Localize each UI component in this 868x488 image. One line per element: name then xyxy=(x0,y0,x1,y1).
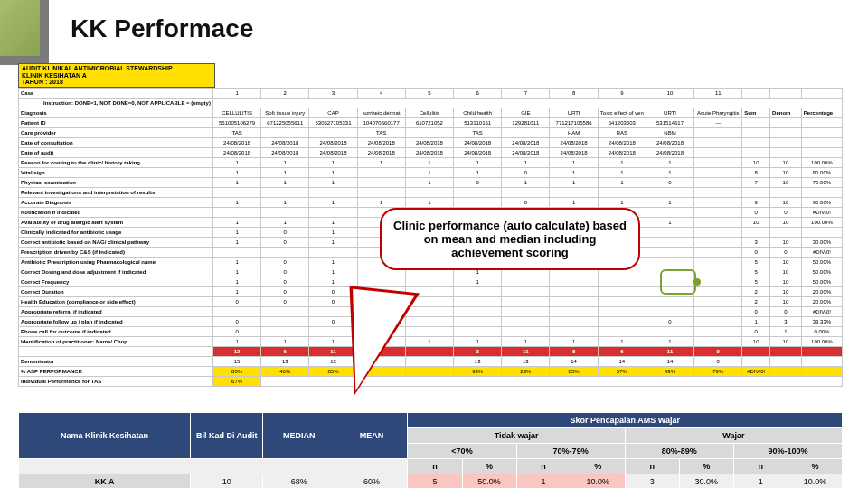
bucket-1: <70% xyxy=(408,444,516,459)
diag-cell: CAP xyxy=(309,108,357,118)
individual-label: Individual Performance for TAS xyxy=(19,377,213,387)
median-value: 68% xyxy=(263,474,335,488)
denominator-label: Denominator xyxy=(19,357,213,367)
wajar-header: Wajar xyxy=(625,428,842,444)
header-line1: AUDIT KLINIKAL ANTIMICROBIAL STEWARDSHIP xyxy=(22,65,173,71)
diagnosis-label: Diagnosis xyxy=(19,108,213,118)
bil-value: 10 xyxy=(191,474,263,488)
diag-cell: CELLULITIS xyxy=(212,108,260,118)
diag-cell: sorrheic dermat xyxy=(357,108,405,118)
col-num: 3 xyxy=(309,89,357,99)
col-num: 10 xyxy=(646,89,693,99)
kk-name: KK A xyxy=(19,474,191,488)
individual-value: 67% xyxy=(212,377,260,387)
asp-perf-label: % ASP PERFORMANCE xyxy=(19,367,213,377)
median-header: MEDIAN xyxy=(263,413,335,459)
name-header: Nama Klinik Kesihatan xyxy=(19,413,191,459)
col-num: 6 xyxy=(454,89,502,99)
col-num: 7 xyxy=(502,89,550,99)
tidak-wajar-header: Tidak wajar xyxy=(408,428,625,444)
audit-header: AUDIT KLINIKAL ANTIMICROBIAL STEWARDSHIP… xyxy=(18,63,215,88)
col-num: 11 xyxy=(694,89,742,99)
corner-accent xyxy=(0,0,49,65)
col-num: 4 xyxy=(357,89,405,99)
sum-label: Sum xyxy=(742,108,770,118)
col-num: 5 xyxy=(405,89,453,99)
instruction-label: Instruction: DONE=1, NOT DONE=0, NOT APP… xyxy=(19,99,213,108)
score-table: Nama Klinik Kesihatan Bil Kad Di Audit M… xyxy=(18,412,843,488)
mean-value: 60% xyxy=(335,474,408,488)
denom-label: Denom xyxy=(770,108,802,118)
diag-cell: Acute Pharyngitis xyxy=(694,108,742,118)
col-num: 8 xyxy=(550,89,598,99)
header-line2: KLINIK KESIHATAN A xyxy=(22,72,87,79)
diag-cell: URTI xyxy=(646,108,693,118)
diag-cell: Soft tissue injury xyxy=(261,108,309,118)
mean-header: MEAN xyxy=(335,413,408,459)
bucket-2: 70%-79% xyxy=(516,444,625,459)
diag-cell: Child health xyxy=(454,108,502,118)
col-num: 1 xyxy=(212,89,260,99)
asp-score-label: ASP SCORE xyxy=(19,347,213,357)
bil-header: Bil Kad Di Audit xyxy=(191,413,263,459)
score-title: Skor Pencapaian AMS Wajar xyxy=(408,413,843,428)
highlight-oval xyxy=(660,269,696,295)
case-label: Case xyxy=(19,89,213,99)
diag-cell: Cellulitis xyxy=(405,108,453,118)
bucket-4: 90%-100% xyxy=(733,444,842,459)
diag-cell: Toxic effect of ven xyxy=(598,108,646,118)
diag-cell: URTI xyxy=(550,108,598,118)
col-num: 2 xyxy=(261,89,309,99)
callout-tail xyxy=(338,286,420,400)
callout-bubble: Clinic performance (auto calculate) base… xyxy=(380,208,640,270)
col-num: 9 xyxy=(598,89,646,99)
diag-cell: GIE xyxy=(502,108,550,118)
bucket-3: 80%-89% xyxy=(625,444,733,459)
page-title: KK Performace xyxy=(71,14,253,43)
pct-label: Percentage xyxy=(801,108,842,118)
header-line3: TAHUN : 2018 xyxy=(22,79,63,85)
